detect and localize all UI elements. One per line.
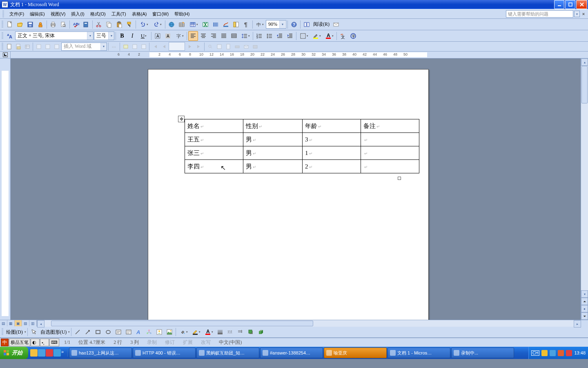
italic-button[interactable]: I: [127, 31, 137, 41]
tray-lang-indicator[interactable]: CH: [531, 350, 539, 356]
table-row[interactable]: 王五↵男↵3↵↵: [185, 133, 419, 146]
table-header-cell[interactable]: 姓名↵: [185, 119, 243, 133]
outline-view-icon[interactable]: ▧: [22, 320, 29, 326]
ql-icon[interactable]: [46, 349, 53, 357]
clock[interactable]: 13:48: [574, 350, 586, 355]
table-cell[interactable]: ↵: [361, 160, 419, 173]
align-left-button[interactable]: [188, 31, 198, 41]
maximize-button[interactable]: [565, 0, 575, 9]
align-justify-button[interactable]: [219, 31, 229, 41]
diagram-icon[interactable]: [144, 327, 154, 337]
scroll-thumb[interactable]: [51, 321, 313, 326]
draw-menu-button[interactable]: 绘图(D): [5, 329, 24, 336]
open-icon[interactable]: [15, 20, 25, 29]
mm-merge-fax-icon[interactable]: [251, 42, 259, 51]
table-cell[interactable]: ↵: [361, 146, 419, 160]
wordart-icon[interactable]: A: [134, 327, 144, 337]
mm-main-doc-icon[interactable]: [5, 42, 13, 51]
zoom-combo[interactable]: 90%▾: [266, 20, 286, 29]
scroll-thumb[interactable]: [581, 66, 588, 103]
mm-first-record-icon[interactable]: [151, 42, 159, 51]
new-document-icon[interactable]: [5, 20, 15, 29]
oval-tool-icon[interactable]: [103, 327, 113, 337]
dash-style-icon[interactable]: [225, 327, 235, 337]
document-viewport[interactable]: ✥ 姓名↵性别↵年龄↵备注↵王五↵男↵3↵↵张三↵男↵1↵↵李四↵男↵2↵↵ ↖: [11, 58, 581, 320]
char-border-icon[interactable]: A: [153, 31, 163, 41]
browse-object-icon[interactable]: ●: [581, 305, 588, 312]
undo-button[interactable]: ▾: [137, 20, 150, 29]
table-row[interactable]: 张三↵男↵1↵↵: [185, 146, 419, 160]
taskbar-item[interactable]: 文档 1 - Micros…: [388, 348, 450, 358]
mm-highlight-fields-icon[interactable]: [121, 42, 130, 51]
extend-indicator[interactable]: 扩展: [179, 339, 197, 346]
mm-record-number[interactable]: [169, 42, 185, 51]
mm-view-merged-icon[interactable]: «»: [110, 42, 118, 51]
research-icon[interactable]: [81, 20, 91, 29]
paste-icon[interactable]: [114, 20, 124, 29]
menu-view[interactable]: 视图(V): [48, 10, 69, 18]
insert-word-field-combo[interactable]: 插入 Word 域▾: [61, 43, 107, 51]
reading-layout-icon[interactable]: [302, 20, 312, 29]
enclose-char-icon[interactable]: 字: [348, 31, 358, 41]
mm-insert-merge-field-icon[interactable]: [52, 42, 61, 51]
table-cell[interactable]: 李四↵: [185, 160, 243, 173]
align-right-button[interactable]: [209, 31, 218, 41]
mm-last-record-icon[interactable]: [194, 42, 203, 51]
tray-icon[interactable]: [541, 350, 548, 356]
mm-find-entry-icon[interactable]: [206, 42, 214, 51]
ql-icon[interactable]: [38, 349, 45, 357]
3d-style-icon[interactable]: [256, 327, 266, 337]
bullets-icon[interactable]: [265, 31, 274, 41]
vertical-textbox-icon[interactable]: [124, 327, 134, 337]
mm-address-block-icon[interactable]: [34, 42, 43, 51]
document-map-icon[interactable]: [231, 20, 241, 29]
table-move-handle-icon[interactable]: ✥: [178, 116, 185, 122]
scroll-up-icon[interactable]: ▴: [581, 58, 588, 66]
ql-expand-icon[interactable]: »: [61, 349, 65, 357]
table-cell[interactable]: ↵: [361, 133, 419, 146]
mm-recipients-icon[interactable]: [23, 42, 31, 51]
char-shading-icon[interactable]: A: [163, 31, 173, 41]
line-tool-icon[interactable]: [73, 327, 82, 337]
vertical-scrollbar[interactable]: ▴ ▾ ⏶ ● ⏷: [581, 58, 588, 320]
ime-shape-icon[interactable]: ◐: [31, 339, 40, 346]
line-spacing-button[interactable]: ▾: [239, 31, 252, 41]
format-painter-icon[interactable]: [125, 20, 134, 29]
align-center-button[interactable]: [198, 31, 208, 41]
mm-merge-new-doc-icon[interactable]: [224, 42, 232, 51]
reading-view-icon[interactable]: ▥: [29, 320, 37, 326]
insert-picture-icon[interactable]: [165, 327, 174, 337]
font-color-button[interactable]: A▾: [323, 31, 335, 41]
rectangle-tool-icon[interactable]: [93, 327, 103, 337]
taskbar-item[interactable]: 录制中...: [451, 348, 514, 358]
toolbar-grip-icon[interactable]: [2, 21, 3, 28]
table-cell[interactable]: 王五↵: [185, 133, 243, 146]
mm-greeting-icon[interactable]: [43, 42, 52, 51]
drawing-toolbar-icon[interactable]: [221, 20, 231, 29]
table-cell[interactable]: 男↵: [243, 160, 303, 173]
overtype-indicator[interactable]: 改写: [197, 339, 215, 346]
mm-propagate-labels-icon[interactable]: [139, 42, 148, 51]
autoshapes-button[interactable]: 自选图形(U): [39, 329, 68, 336]
toolbar-grip-icon[interactable]: [2, 11, 4, 17]
table-cell[interactable]: 男↵: [243, 133, 303, 146]
vertical-ruler[interactable]: [0, 58, 11, 320]
arrow-tool-icon[interactable]: [83, 327, 93, 337]
scroll-right-icon[interactable]: ▸: [574, 320, 581, 328]
select-objects-icon[interactable]: [29, 327, 39, 337]
scroll-down-icon[interactable]: ▾: [581, 290, 588, 298]
ql-icon[interactable]: [30, 349, 38, 357]
tab-selector[interactable]: [0, 52, 11, 58]
tray-icon[interactable]: [566, 350, 572, 356]
borders-button[interactable]: ▾: [298, 31, 310, 41]
font-color-draw-button[interactable]: A▾: [203, 327, 215, 337]
numbering-icon[interactable]: 123: [254, 31, 264, 41]
line-color-button[interactable]: ▾: [190, 327, 202, 337]
mm-merge-email-icon[interactable]: [242, 42, 250, 51]
styles-pane-icon[interactable]: AA: [5, 31, 15, 41]
insert-worksheet-icon[interactable]: [200, 20, 210, 29]
menu-window[interactable]: 窗口(W): [149, 10, 172, 18]
redo-button[interactable]: ▾: [151, 20, 164, 29]
ime-indicator-icon[interactable]: 中: [1, 339, 9, 346]
arrow-style-icon[interactable]: [236, 327, 245, 337]
